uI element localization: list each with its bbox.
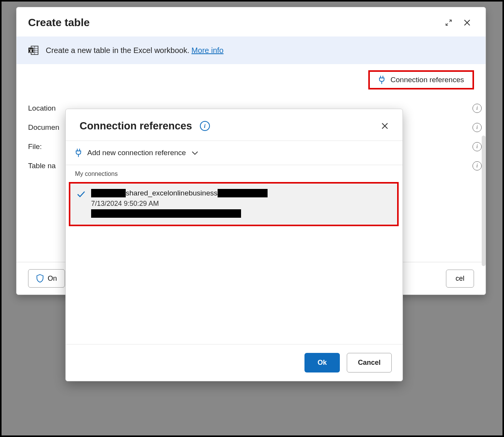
expand-icon[interactable] — [442, 16, 456, 30]
cancel-button[interactable]: Cancel — [347, 353, 392, 372]
ok-button[interactable]: Ok — [304, 353, 340, 372]
connection-references-label: Connection references — [391, 76, 464, 84]
close-icon[interactable] — [460, 16, 474, 30]
scrollbar[interactable] — [482, 136, 486, 266]
connection-name-middle: shared_excelonlinebusiness — [126, 189, 218, 197]
plug-icon — [378, 76, 385, 84]
cancel-button-partial[interactable]: cel — [446, 270, 474, 288]
security-button[interactable]: On — [28, 269, 65, 288]
chevron-down-icon — [191, 151, 198, 155]
plug-icon — [75, 149, 82, 157]
info-icon[interactable]: i — [472, 161, 482, 170]
redacted-text — [91, 209, 241, 218]
check-icon — [77, 190, 86, 218]
add-connection-reference-button[interactable]: Add new connection reference — [66, 141, 403, 165]
banner-text: Create a new table in the Excel workbook… — [46, 46, 223, 55]
connection-item[interactable]: shared_excelonlinebusiness 7/13/2024 9:5… — [69, 182, 399, 226]
dialog-title: Create table — [28, 17, 437, 29]
dialog-header: Create table — [17, 7, 486, 36]
banner-text-content: Create a new table in the Excel workbook… — [46, 46, 191, 55]
popup-title: Connection references — [80, 120, 192, 132]
close-icon[interactable] — [378, 119, 392, 133]
info-icon[interactable]: i — [472, 123, 482, 132]
more-info-link[interactable]: More info — [191, 46, 223, 55]
redacted-text — [218, 189, 268, 197]
popup-header: Connection references i — [66, 109, 403, 141]
security-label: On — [48, 275, 57, 283]
popup-body: shared_excelonlinebusiness 7/13/2024 9:5… — [66, 180, 403, 344]
info-banner: Create a new table in the Excel workbook… — [17, 36, 486, 64]
connection-timestamp: 7/13/2024 9:50:29 AM — [91, 200, 391, 208]
info-icon[interactable]: i — [472, 104, 482, 113]
connection-references-button[interactable]: Connection references — [368, 70, 474, 89]
cancel-label: cel — [456, 275, 464, 282]
info-icon[interactable]: i — [200, 121, 210, 131]
redacted-text — [91, 189, 126, 197]
popup-footer: Ok Cancel — [66, 344, 403, 381]
connection-ref-row: Connection references — [17, 64, 486, 93]
shield-icon — [36, 274, 44, 283]
excel-icon — [28, 45, 39, 56]
connection-text: shared_excelonlinebusiness 7/13/2024 9:5… — [91, 189, 391, 218]
svg-rect-5 — [28, 48, 33, 53]
connection-references-popup: Connection references i Add new connecti… — [65, 109, 403, 381]
add-connection-label: Add new connection reference — [87, 149, 186, 157]
my-connections-label: My connections — [66, 165, 403, 180]
connection-name: shared_excelonlinebusiness — [91, 189, 391, 197]
info-icon[interactable]: i — [472, 142, 482, 151]
